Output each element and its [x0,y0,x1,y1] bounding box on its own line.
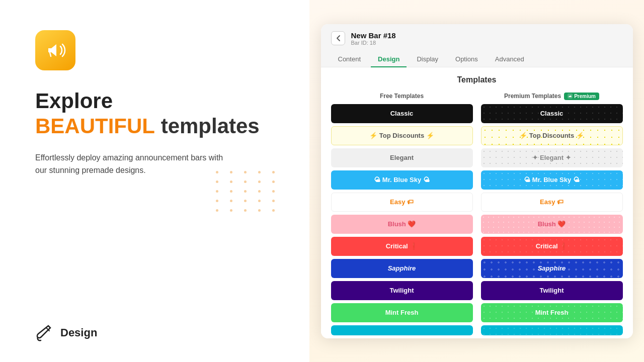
template-mintfresh-free[interactable]: Mint Fresh [331,303,473,322]
tab-options[interactable]: Options [448,52,485,67]
back-button[interactable] [331,31,345,45]
hero-line2-rest: templates [155,114,260,138]
tab-display[interactable]: Display [410,52,445,67]
template-twilight-free[interactable]: Twilight [331,281,473,300]
template-mintfresh-premium[interactable]: Mint Fresh [481,303,623,322]
window-content: Templates Free Templates Premium Templat… [321,67,633,338]
window-header: New Bar #18 Bar ID: 18 Content Design Di… [321,24,633,67]
template-blush-free[interactable]: Blush ❤️ [331,215,473,234]
template-mrbluesky-premium[interactable]: 🌤 Mr. Blue Sky 🌤 [481,170,623,190]
template-classic-premium[interactable]: Classic [481,104,623,123]
dot-decoration [216,171,279,212]
hero-line2: BEAUTIFUL templates [35,114,279,139]
free-col-header: Free Templates [331,93,473,100]
hero-text: Explore BEAUTIFUL templates [35,88,279,139]
templates-title: Templates [331,75,623,84]
tab-design[interactable]: Design [371,52,407,67]
svg-rect-0 [568,94,573,99]
right-panel: New Bar #18 Bar ID: 18 Content Design Di… [309,0,644,362]
hero-highlight: BEAUTIFUL [35,114,155,138]
template-easy-premium[interactable]: Easy 🏷 [481,193,623,212]
template-topdiscounts-premium[interactable]: ⚡ Top Discounts ⚡ [481,126,623,145]
template-elegant-free[interactable]: Elegant [331,148,473,167]
left-panel: Explore BEAUTIFUL templates Effortlessly… [0,0,309,362]
app-icon [35,30,75,70]
template-topdiscounts-free[interactable]: ⚡ Top Discounts ⚡ [331,126,473,145]
bottom-design-section: Design [35,324,97,342]
template-critical-free[interactable]: Critical ❗ [331,237,473,256]
template-easy-free[interactable]: Easy 🏷 [331,193,473,212]
paintbrush-icon [35,324,53,342]
template-blush-premium[interactable]: Blush ❤️ [481,215,623,234]
app-window: New Bar #18 Bar ID: 18 Content Design Di… [321,24,633,338]
template-classic-free[interactable]: Classic [331,104,473,123]
window-title: New Bar #18 [351,31,396,40]
premium-col-header: Premium Templates Premium [481,93,623,100]
template-mrbluesky-free[interactable]: 🌤 Mr. Blue Sky 🌤 [331,170,473,190]
template-more-free[interactable] [331,325,473,335]
template-sapphire-premium[interactable]: Sapphire [481,259,623,278]
hero-description: Effortlessly deploy amazing announcement… [35,151,226,177]
template-elegant-premium[interactable]: ✦ Elegant ✦ [481,148,623,167]
template-critical-premium[interactable]: Critical ❗ [481,237,623,256]
window-tabs: Content Design Display Options Advanced [331,52,623,67]
design-label: Design [60,326,97,339]
hero-line1: Explore [35,88,279,114]
template-sapphire-free[interactable]: Sapphire [331,259,473,278]
window-subtitle: Bar ID: 18 [351,40,396,46]
tab-advanced[interactable]: Advanced [488,52,531,67]
template-twilight-premium[interactable]: Twilight [481,281,623,300]
premium-badge: Premium [564,93,599,100]
window-title-text: New Bar #18 Bar ID: 18 [351,31,396,46]
template-grid: Free Templates Premium Templates Premium… [331,93,623,338]
template-more-premium[interactable] [481,325,623,335]
tab-content[interactable]: Content [331,52,368,67]
